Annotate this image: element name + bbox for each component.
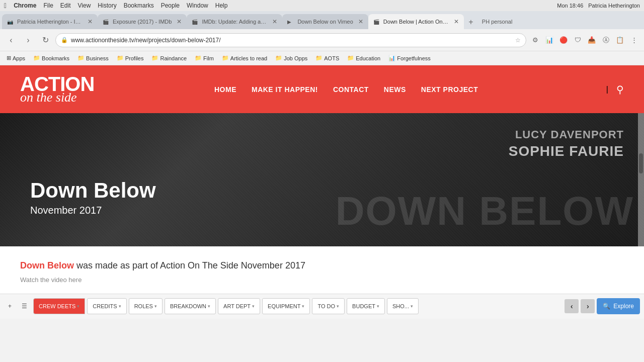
tab-3[interactable]: 🎬 IMDb: Update: Adding a N... ✕: [187, 14, 282, 29]
extension-icon-3[interactable]: 🔴: [557, 34, 570, 46]
tab-5-active[interactable]: 🎬 Down Below | Action On T... ✕: [368, 14, 464, 29]
tab-artdept[interactable]: ART DEPT ▾: [218, 298, 260, 314]
bookmark-apps[interactable]: ⊞ Apps: [4, 54, 28, 62]
tab-4-text: Down Below on Vimeo: [297, 19, 353, 25]
content-text: was made as part of Action On The Side N…: [74, 260, 305, 270]
forward-button[interactable]: ›: [21, 33, 35, 47]
tab-5-close[interactable]: ✕: [454, 18, 459, 25]
profiles-folder-icon: 📁: [117, 55, 124, 61]
nav-icons: ⚙ 📊 🔴 🛡 📥 Ⓐ 📋 ⋮: [529, 34, 640, 46]
tab-1-favicon: 📷: [7, 18, 14, 25]
profile-area: PH personal: [478, 14, 642, 29]
tab-1-close[interactable]: ✕: [88, 18, 93, 25]
extension-icon-5[interactable]: 📥: [586, 34, 598, 46]
address-bar[interactable]: 🔒 www.actionontheside.tv/new/projects/do…: [55, 33, 526, 47]
tab-3-close[interactable]: ✕: [272, 18, 277, 25]
tab-2-close[interactable]: ✕: [177, 18, 182, 25]
bookmark-education[interactable]: 📁 Education: [345, 54, 383, 62]
bookmark-forgetfulness[interactable]: 📊 Forgetfulness: [386, 54, 433, 62]
extension-icon-2[interactable]: 📊: [543, 34, 555, 46]
bottom-toolbar: + ☰ CREW DEETS ▾ CREDITS ▾ ROLES ▾ BREAK…: [0, 294, 644, 319]
nav-home[interactable]: HOME: [214, 85, 236, 94]
extension-icon-7[interactable]: 📋: [614, 34, 626, 46]
sho-arrow: ▾: [411, 304, 413, 309]
roles-arrow: ▾: [154, 304, 157, 309]
bookmark-aots[interactable]: 📁 AOTS: [313, 54, 342, 62]
hero-actors: LUCY DAVENPORT SOPHIE FAURIE: [509, 128, 624, 159]
main-description: Down Below was made as part of Action On…: [20, 258, 624, 273]
tab-2[interactable]: 🎬 Exposure (2017) - IMDb ✕: [98, 14, 187, 29]
search-icon[interactable]: ⚲: [616, 83, 624, 96]
forgetfulness-icon: 📊: [388, 55, 395, 61]
extension-icon-4[interactable]: 🛡: [572, 34, 584, 46]
bookmark-articles[interactable]: 📁 Articles to read: [219, 54, 270, 62]
file-menu[interactable]: File: [43, 2, 53, 9]
aots-folder-icon: 📁: [315, 55, 323, 61]
new-tab-button[interactable]: +: [464, 15, 478, 29]
next-tab-button[interactable]: ›: [581, 299, 595, 313]
nav-contact[interactable]: CONTACT: [333, 85, 369, 94]
bookmark-raindance[interactable]: 📁 Raindance: [149, 54, 189, 62]
apps-icon: ⊞: [7, 55, 11, 61]
tab-4-close[interactable]: ✕: [358, 18, 363, 25]
hero-scrollbar[interactable]: [638, 113, 644, 246]
bookmark-film[interactable]: 📁 Film: [192, 54, 216, 62]
tab-crew-deets[interactable]: CREW DEETS ▾: [33, 298, 85, 314]
explore-label: Explore: [613, 303, 634, 310]
tab-equipment[interactable]: EQUIPMENT ▾: [262, 298, 310, 314]
bookmark-business[interactable]: 📁 Business: [75, 54, 111, 62]
window-menu[interactable]: Window: [187, 2, 208, 9]
tab-roles[interactable]: ROLES ▾: [129, 298, 163, 314]
actor2-name: SOPHIE FAURIE: [509, 143, 624, 159]
view-menu[interactable]: View: [78, 2, 91, 9]
tab-1-text: Patricia Hetherington - IM...: [17, 19, 83, 25]
extension-icon-1[interactable]: ⚙: [529, 34, 541, 46]
edit-menu[interactable]: Edit: [60, 2, 71, 9]
tab-5-favicon: 🎬: [373, 18, 380, 25]
tab-2-favicon: 🎬: [103, 18, 110, 25]
history-menu[interactable]: History: [98, 2, 116, 9]
tab-3-text: IMDb: Update: Adding a N...: [202, 19, 267, 25]
business-folder-icon: 📁: [77, 55, 85, 61]
bookmark-star[interactable]: ☆: [515, 37, 521, 44]
back-button[interactable]: ‹: [4, 33, 18, 47]
credits-arrow: ▾: [119, 304, 121, 309]
people-menu[interactable]: People: [161, 2, 180, 9]
actor1-name: LUCY DAVENPORT: [509, 128, 624, 141]
prev-tab-button[interactable]: ‹: [565, 299, 579, 313]
help-menu[interactable]: Help: [215, 2, 228, 9]
chrome-menu[interactable]: ⋮: [628, 34, 640, 46]
equipment-arrow: ▾: [302, 304, 304, 309]
film-folder-icon: 📁: [195, 55, 202, 61]
tab-budget[interactable]: BUDGET ▾: [347, 298, 385, 314]
bookmarks-menu[interactable]: Bookmarks: [124, 2, 154, 9]
mac-topbar:  Chrome File Edit View History Bookmark…: [0, 0, 644, 11]
nav-next[interactable]: NEXT PROJECT: [421, 85, 478, 94]
education-folder-icon: 📁: [347, 55, 354, 61]
tab-breakdown[interactable]: BREAKDOWN ▾: [165, 298, 216, 314]
refresh-button[interactable]: ↻: [38, 33, 52, 47]
mac-topbar-left:  Chrome File Edit View History Bookmark…: [4, 2, 227, 10]
tab-1[interactable]: 📷 Patricia Hetherington - IM... ✕: [2, 14, 98, 29]
add-item-button[interactable]: +: [4, 298, 16, 314]
tab-todo[interactable]: TO DO ▾: [312, 298, 345, 314]
list-view-button[interactable]: ☰: [18, 298, 31, 314]
explore-button[interactable]: 🔍 Explore: [597, 298, 640, 314]
nav-make[interactable]: MAKE IT HAPPEN!: [252, 85, 318, 94]
tab-credits[interactable]: CREDITS ▾: [87, 298, 126, 314]
tab-4[interactable]: ▶ Down Below on Vimeo ✕: [282, 14, 368, 29]
raindance-folder-icon: 📁: [151, 55, 158, 61]
hero-title-block: Down Below November 2017: [30, 178, 156, 216]
apple-icon[interactable]: : [4, 2, 7, 10]
tab-sho[interactable]: SHO... ▾: [387, 298, 419, 314]
jobopps-folder-icon: 📁: [275, 55, 282, 61]
list-icon: ☰: [22, 303, 27, 310]
hero-background: LUCY DAVENPORT SOPHIE FAURIE Down Below …: [0, 113, 644, 246]
website-content: ACTION on the side HOME MAKE IT HAPPEN! …: [0, 65, 644, 362]
nav-news[interactable]: NEWS: [384, 85, 406, 94]
extension-icon-6[interactable]: Ⓐ: [600, 34, 612, 46]
bookmark-bookmarks[interactable]: 📁 Bookmarks: [31, 54, 72, 62]
bookmark-jobopps[interactable]: 📁 Job Opps: [273, 54, 310, 62]
articles-folder-icon: 📁: [222, 55, 229, 61]
bookmark-profiles[interactable]: 📁 Profiles: [114, 54, 146, 62]
